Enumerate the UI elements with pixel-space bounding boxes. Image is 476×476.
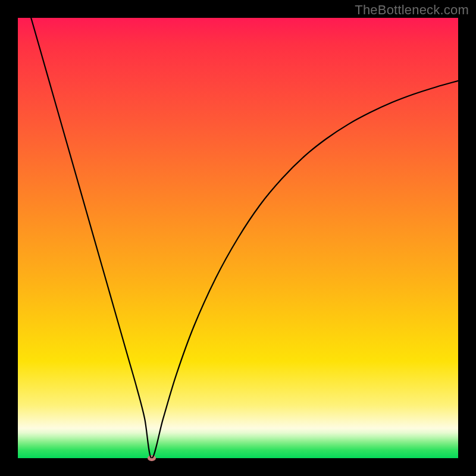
bottleneck-curve	[18, 18, 458, 458]
chart-frame: TheBottleneck.com	[0, 0, 476, 476]
watermark-text: TheBottleneck.com	[355, 2, 469, 18]
plot-area	[18, 18, 458, 458]
